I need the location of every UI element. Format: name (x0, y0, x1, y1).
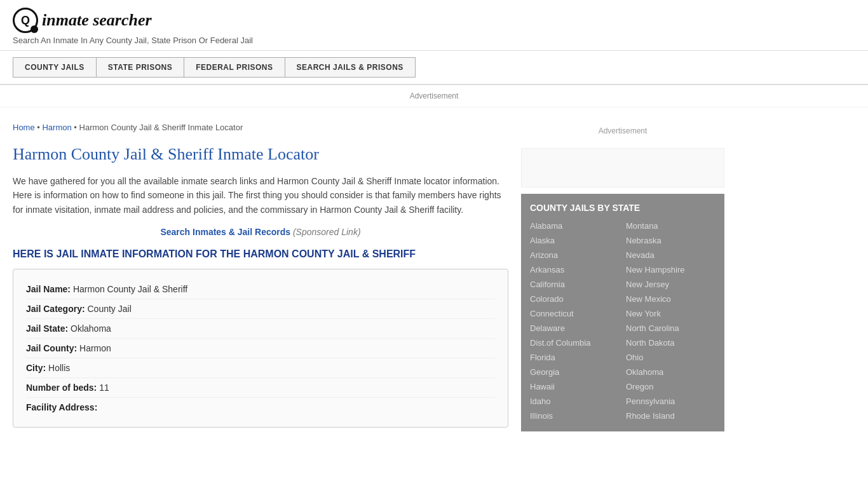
state-link-left-7[interactable]: Delaware (530, 322, 620, 335)
state-link-left-11[interactable]: Hawaii (530, 380, 620, 393)
info-row-state: Jail State: Oklahoma (26, 319, 495, 339)
state-link-right-10[interactable]: Oklahoma (626, 365, 715, 379)
info-section-heading: HERE IS JAIL INMATE INFORMATION FOR THE … (13, 248, 508, 260)
state-link-right-4[interactable]: New Jersey (626, 278, 715, 291)
state-link-left-12[interactable]: Idaho (530, 395, 620, 408)
info-label-category: Jail Category: (26, 304, 85, 314)
state-link-left-5[interactable]: Colorado (530, 292, 620, 306)
main-layout: Home • Harmon • Harmon County Jail & She… (0, 114, 826, 440)
info-value-beds-text: 11 (99, 383, 109, 393)
state-link-right-6[interactable]: New York (626, 307, 715, 320)
logo-icon: Q (13, 8, 38, 33)
tagline: Search An Inmate In Any County Jail, Sta… (13, 36, 855, 45)
state-link-right-8[interactable]: North Dakota (626, 336, 715, 349)
state-link-left-9[interactable]: Florida (530, 351, 620, 364)
county-jails-by-state: COUNTY JAILS BY STATE AlabamaMontanaAlas… (521, 194, 724, 431)
state-link-right-0[interactable]: Montana (626, 219, 715, 233)
info-value-name-text: Harmon County Jail & Sheriff (73, 284, 187, 294)
info-label-address: Facility Address: (26, 402, 97, 412)
state-link-left-0[interactable]: Alabama (530, 219, 620, 233)
info-row-beds: Number of beds: 11 (26, 378, 495, 398)
site-header: Q inmate searcher Search An Inmate In An… (0, 0, 868, 51)
state-link-left-6[interactable]: Connecticut (530, 307, 620, 320)
content-area: Home • Harmon • Harmon County Jail & She… (13, 114, 521, 440)
info-label-county: Jail County: (26, 343, 77, 353)
state-link-right-3[interactable]: New Hampshire (626, 263, 715, 276)
state-link-left-10[interactable]: Georgia (530, 365, 620, 379)
nav-state-prisons[interactable]: STATE PRISONS (96, 57, 184, 78)
states-grid: AlabamaMontanaAlaskaNebraskaArizonaNevad… (530, 219, 715, 423)
main-nav: COUNTY JAILS STATE PRISONS FEDERAL PRISO… (0, 51, 868, 85)
sponsored-text: (Sponsored Link) (293, 227, 361, 237)
state-link-right-13[interactable]: Rhode Island (626, 409, 715, 423)
search-inmates-link[interactable]: Search Inmates & Jail Records (160, 227, 290, 237)
state-link-right-2[interactable]: Nevada (626, 248, 715, 262)
logo-area: Q inmate searcher (13, 8, 855, 33)
logo-text: inmate searcher (42, 11, 152, 30)
info-label-state: Jail State: (26, 323, 68, 334)
state-link-right-9[interactable]: Ohio (626, 351, 715, 364)
breadcrumb-current: Harmon County Jail & Sheriff Inmate Loca… (79, 123, 243, 132)
state-link-left-8[interactable]: Dist.of Columbia (530, 336, 620, 349)
info-value-city-text: Hollis (48, 363, 70, 373)
info-label-city: City: (26, 363, 46, 373)
breadcrumb-separator2: • (74, 123, 79, 132)
info-label-name: Jail Name: (26, 284, 71, 294)
info-label-beds: Number of beds: (26, 383, 97, 393)
state-link-left-2[interactable]: Arizona (530, 248, 620, 262)
state-link-left-1[interactable]: Alaska (530, 234, 620, 247)
top-ad-banner: Advertisement (0, 85, 868, 107)
info-row-address: Facility Address: (26, 398, 495, 417)
info-value-county-text: Harmon (79, 343, 111, 353)
sidebar-section-title: COUNTY JAILS BY STATE (530, 203, 715, 213)
nav-county-jails[interactable]: COUNTY JAILS (13, 57, 96, 78)
info-row-county: Jail County: Harmon (26, 339, 495, 358)
breadcrumb: Home • Harmon • Harmon County Jail & She… (13, 114, 508, 139)
state-link-right-11[interactable]: Oregon (626, 380, 715, 393)
sidebar-ad-label: Advertisement (521, 120, 724, 142)
state-link-left-13[interactable]: Illinois (530, 409, 620, 423)
info-row-name: Jail Name: Harmon County Jail & Sheriff (26, 280, 495, 299)
sidebar-ad-box (521, 148, 724, 187)
state-link-right-1[interactable]: Nebraska (626, 234, 715, 247)
state-link-right-7[interactable]: North Carolina (626, 322, 715, 335)
sidebar: Advertisement COUNTY JAILS BY STATE Alab… (521, 114, 724, 440)
jail-info-box: Jail Name: Harmon County Jail & Sheriff … (13, 269, 508, 428)
search-link-area: Search Inmates & Jail Records (Sponsored… (13, 227, 508, 237)
state-link-right-12[interactable]: Pennsylvania (626, 395, 715, 408)
nav-search-jails[interactable]: SEARCH JAILS & PRISONS (285, 57, 416, 78)
info-row-city: City: Hollis (26, 358, 495, 378)
info-value-state-text: Oklahoma (71, 323, 111, 334)
page-title: Harmon County Jail & Sheriff Inmate Loca… (13, 145, 508, 164)
breadcrumb-home[interactable]: Home (13, 123, 35, 132)
nav-federal-prisons[interactable]: FEDERAL PRISONS (184, 57, 284, 78)
info-row-category: Jail Category: County Jail (26, 299, 495, 319)
state-link-left-3[interactable]: Arkansas (530, 263, 620, 276)
page-description: We have gathered for you all the availab… (13, 174, 508, 217)
breadcrumb-parent[interactable]: Harmon (42, 123, 71, 132)
state-link-right-5[interactable]: New Mexico (626, 292, 715, 306)
info-value-category-text: County Jail (87, 304, 131, 314)
state-link-left-4[interactable]: California (530, 278, 620, 291)
